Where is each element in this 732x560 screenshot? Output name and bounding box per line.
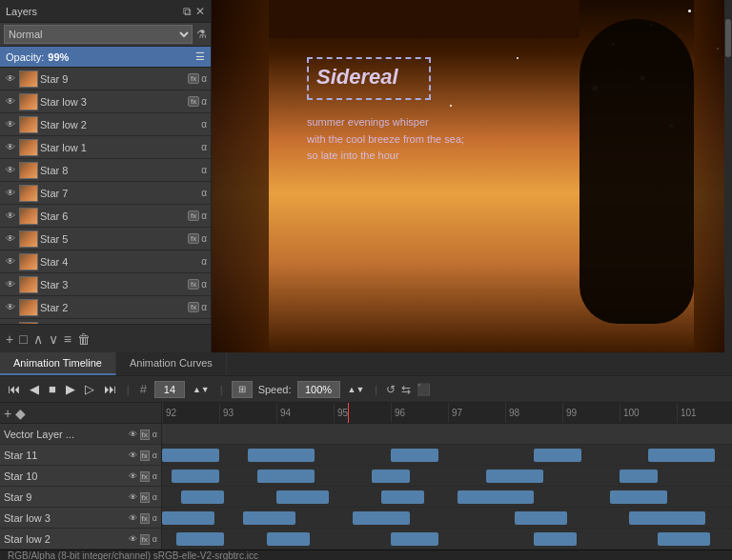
- fx-badge[interactable]: fx: [188, 96, 199, 107]
- layer-visibility-icon[interactable]: 👁: [4, 119, 17, 130]
- timeline-layer-row[interactable]: Star 11 👁 fxα: [0, 445, 161, 466]
- timeline-block[interactable]: [620, 470, 658, 483]
- tl-layer-icon[interactable]: α: [152, 492, 157, 502]
- layer-alpha-icon[interactable]: α: [201, 142, 207, 152]
- timeline-block[interactable]: [648, 449, 715, 462]
- fx-badge[interactable]: fx: [188, 233, 199, 244]
- layer-visibility-icon[interactable]: 👁: [4, 142, 17, 152]
- layer-item[interactable]: 👁 Star 7 α: [0, 182, 211, 205]
- timeline-layer-row[interactable]: Star low 2 👁 fxα: [0, 529, 161, 550]
- tl-layer-icon[interactable]: α: [152, 430, 157, 439]
- skip-start-button[interactable]: ⏮: [6, 382, 22, 396]
- layer-item[interactable]: 👁 Star low 3 fx α: [0, 90, 211, 113]
- timeline-track-row[interactable]: [162, 529, 732, 550]
- tl-layer-icon[interactable]: α: [152, 534, 157, 544]
- layer-alpha-icon[interactable]: α: [201, 279, 207, 290]
- timeline-block[interactable]: [515, 511, 567, 525]
- move-down-button[interactable]: ∨: [49, 331, 58, 347]
- tl-layer-icon[interactable]: fx: [140, 534, 150, 544]
- tl-vis-icon[interactable]: 👁: [129, 513, 137, 523]
- timeline-block[interactable]: [353, 511, 410, 525]
- prev-frame-button[interactable]: ◀: [28, 382, 41, 396]
- timeline-playhead[interactable]: [348, 403, 349, 423]
- tl-add-button[interactable]: +: [4, 406, 11, 421]
- timeline-block[interactable]: [372, 470, 410, 483]
- play-button[interactable]: ▶: [64, 382, 77, 396]
- skip-end-button[interactable]: ⏭: [102, 382, 118, 396]
- fx-badge[interactable]: fx: [188, 73, 199, 84]
- layer-alpha-icon[interactable]: α: [201, 119, 207, 130]
- fx-badge[interactable]: fx: [188, 279, 199, 290]
- tl-layer-icon[interactable]: fx: [140, 430, 150, 439]
- tl-layer-icon[interactable]: α: [152, 450, 157, 460]
- tl-layer-icon[interactable]: α: [152, 471, 157, 481]
- timeline-layer-row[interactable]: Star 9 👁 fxα: [0, 487, 161, 508]
- timeline-block[interactable]: [181, 490, 224, 504]
- move-up-button[interactable]: ∧: [33, 331, 43, 347]
- speed-stepper[interactable]: ▲▼: [346, 385, 367, 394]
- frame-display-icon[interactable]: ⊞: [232, 381, 253, 398]
- layer-alpha-icon[interactable]: α: [201, 96, 207, 107]
- layer-item[interactable]: 👁 Star low 2 α: [0, 113, 211, 136]
- timeline-block[interactable]: [162, 511, 214, 525]
- tl-layer-icon[interactable]: fx: [140, 450, 150, 460]
- layer-visibility-icon[interactable]: 👁: [4, 210, 17, 221]
- layer-alpha-icon[interactable]: α: [201, 165, 207, 175]
- timeline-block[interactable]: [276, 490, 329, 504]
- filter-icon[interactable]: ⚗: [196, 28, 207, 41]
- tl-vis-icon[interactable]: 👁: [129, 471, 137, 481]
- layer-visibility-icon[interactable]: 👁: [4, 165, 17, 175]
- layer-alpha-icon[interactable]: α: [201, 233, 207, 244]
- canvas-image[interactable]: Sidereal summer evenings whisper with th…: [212, 0, 732, 352]
- layer-alpha-icon[interactable]: α: [201, 302, 207, 312]
- tl-layer-icon[interactable]: fx: [140, 513, 150, 523]
- copy-icon[interactable]: ⧉: [183, 5, 192, 18]
- layer-alpha-icon[interactable]: α: [201, 73, 207, 84]
- layer-properties-button[interactable]: ≡: [64, 331, 71, 347]
- timeline-block[interactable]: [176, 532, 224, 546]
- tl-layer-icon[interactable]: α: [152, 513, 157, 523]
- layer-visibility-icon[interactable]: 👁: [4, 188, 17, 198]
- timeline-layer-row[interactable]: Star low 3 👁 fxα: [0, 508, 161, 529]
- duplicate-layer-button[interactable]: □: [19, 331, 27, 347]
- layer-item[interactable]: 👁 Star 3 fx α: [0, 273, 211, 296]
- layer-visibility-icon[interactable]: 👁: [4, 73, 17, 84]
- frame-stepper[interactable]: ▲▼: [191, 385, 212, 394]
- timeline-block[interactable]: [534, 449, 581, 462]
- loop-range-icon[interactable]: ⇆: [401, 383, 411, 396]
- timeline-track-row[interactable]: [162, 424, 732, 445]
- loop-icon[interactable]: ↺: [386, 383, 396, 396]
- timeline-block[interactable]: [658, 532, 710, 546]
- timeline-block[interactable]: [610, 490, 667, 504]
- tl-vis-icon[interactable]: 👁: [129, 430, 137, 439]
- layer-item[interactable]: 👁 Star 5 fx α: [0, 228, 211, 250]
- timeline-block[interactable]: [629, 511, 705, 525]
- tl-layer-icon[interactable]: fx: [140, 471, 150, 481]
- stop-button[interactable]: ■: [47, 382, 58, 396]
- timeline-block[interactable]: [257, 470, 315, 483]
- timeline-block[interactable]: [267, 532, 310, 546]
- layer-alpha-icon[interactable]: α: [201, 256, 207, 267]
- fx-badge[interactable]: fx: [188, 302, 199, 312]
- tl-keyframe-button[interactable]: ◆: [15, 406, 26, 421]
- timeline-block[interactable]: [486, 470, 543, 483]
- delete-layer-button[interactable]: 🗑: [77, 331, 91, 347]
- layer-visibility-icon[interactable]: 👁: [4, 256, 17, 267]
- layer-item[interactable]: 👁 Star 6 fx α: [0, 205, 211, 228]
- timeline-block[interactable]: [248, 449, 315, 462]
- timeline-block[interactable]: [172, 470, 219, 483]
- render-icon[interactable]: ⬛: [417, 383, 431, 396]
- fx-badge[interactable]: fx: [188, 210, 199, 221]
- timeline-block[interactable]: [243, 511, 295, 525]
- layer-visibility-icon[interactable]: 👁: [4, 233, 17, 244]
- frame-number-input[interactable]: [154, 381, 185, 398]
- scrollbar-thumb[interactable]: [725, 19, 731, 57]
- timeline-track-row[interactable]: [162, 466, 732, 487]
- layers-menu-icon[interactable]: ☰: [195, 50, 205, 63]
- tab-animation-curves[interactable]: Animation Curves: [116, 352, 227, 375]
- timeline-block[interactable]: [391, 532, 438, 546]
- timeline-layer-row[interactable]: Vector Layer ... 👁 fxα: [0, 424, 161, 445]
- close-icon[interactable]: ✕: [195, 5, 205, 18]
- timeline-block[interactable]: [534, 532, 577, 546]
- tl-vis-icon[interactable]: 👁: [129, 450, 137, 460]
